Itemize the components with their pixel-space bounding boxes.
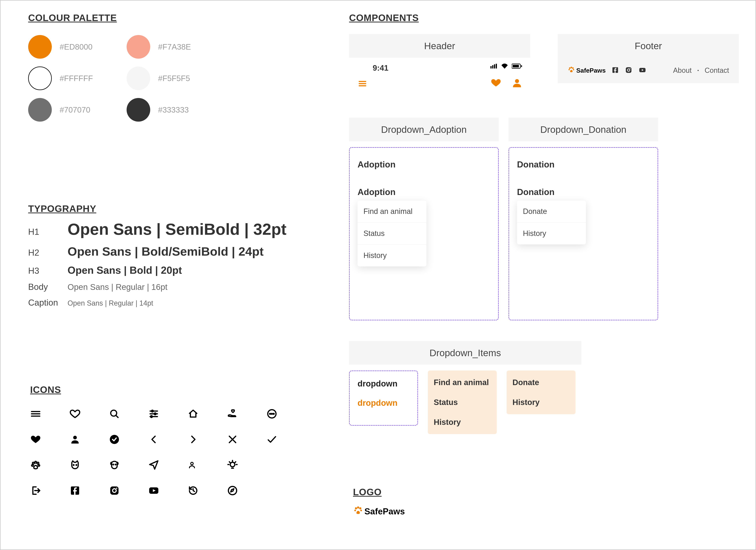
dropdown-item[interactable]: History (428, 412, 497, 432)
check-icon (266, 434, 306, 445)
dropdown-item[interactable]: Donate (507, 372, 575, 392)
svg-point-68 (354, 510, 356, 511)
dropdown-item[interactable]: Status (358, 223, 426, 245)
close-icon (227, 434, 266, 445)
type-spec-caption: Open Sans | Regular | 14pt (68, 299, 153, 307)
facebook-icon (69, 485, 109, 496)
svg-line-4 (116, 415, 118, 417)
dropdown-item[interactable]: Donate (517, 201, 586, 223)
section-title-icons: ICONS (30, 384, 306, 395)
svg-point-10 (151, 416, 152, 417)
svg-point-27 (115, 464, 116, 465)
svg-point-69 (360, 510, 362, 511)
svg-point-65 (355, 507, 357, 509)
component-dropdown-adoption: Dropdown_Adoption Adoption Adoption Find… (349, 118, 499, 320)
history-icon (188, 485, 227, 496)
dropdown-adoption-open[interactable]: Adoption (358, 187, 490, 197)
type-tag-body: Body (28, 282, 68, 292)
svg-point-20 (35, 461, 36, 463)
svg-rect-45 (494, 64, 495, 69)
type-tag-caption: Caption (28, 298, 68, 307)
dropdown-item[interactable]: History (358, 245, 426, 267)
dropdown-donation-closed[interactable]: Donation (517, 160, 650, 170)
dog-icon (109, 459, 148, 470)
profile-icon[interactable] (512, 77, 522, 89)
component-label-footer: Footer (558, 34, 739, 58)
dropdown-adoption-closed[interactable]: Adoption (358, 160, 490, 170)
svg-point-53 (515, 79, 519, 83)
dropdown-item[interactable]: History (507, 392, 575, 412)
swatch-label: #707070 (60, 106, 90, 114)
swatch-label: #F7A38E (158, 43, 191, 51)
svg-rect-37 (110, 486, 119, 495)
hand-heart-icon (227, 408, 266, 419)
footer-link-contact[interactable]: Contact (705, 66, 729, 75)
svg-point-19 (32, 462, 34, 464)
component-label-dd-items: Dropdown_Items (349, 341, 581, 365)
section-title-logo: LOGO (353, 487, 405, 497)
paw-icon (30, 459, 69, 470)
menu-icon (30, 408, 69, 419)
chevron-right-icon (188, 434, 227, 445)
filter-icon (148, 408, 188, 419)
svg-point-58 (573, 69, 574, 70)
svg-point-23 (38, 465, 40, 466)
youtube-icon (148, 485, 188, 496)
swatch-label: #F5F5F5 (158, 74, 190, 83)
svg-rect-43 (490, 66, 492, 69)
type-tag-h2: H2 (28, 248, 68, 258)
svg-point-21 (37, 462, 39, 464)
svg-point-6 (151, 410, 153, 412)
svg-point-28 (191, 462, 193, 465)
svg-point-15 (73, 436, 77, 439)
user-outline-icon (188, 461, 227, 469)
instagram-icon (109, 485, 148, 496)
logout-icon (30, 485, 69, 496)
dropdown-item[interactable]: History (517, 223, 586, 245)
dropdown-state-default[interactable]: dropdown (358, 379, 409, 388)
swatch-label: #333333 (158, 106, 189, 114)
svg-rect-60 (626, 67, 632, 73)
dropdown-item[interactable]: Find an animal (358, 201, 426, 223)
dropdown-state-hover[interactable]: dropdown (358, 398, 409, 408)
svg-rect-46 (496, 64, 497, 69)
swatch-label: #ED8000 (60, 43, 93, 51)
swatch-dark (127, 98, 150, 122)
search-icon (109, 408, 148, 419)
svg-point-39 (116, 488, 117, 489)
svg-point-66 (357, 506, 359, 508)
send-icon (148, 459, 188, 470)
svg-line-35 (235, 462, 236, 463)
dropdown-donation-open[interactable]: Donation (517, 187, 650, 197)
component-dropdown-donation: Dropdown_Donation Donation Donation Dona… (509, 118, 658, 320)
menu-icon[interactable] (357, 79, 368, 89)
cat-icon (69, 459, 109, 470)
footer-link-about[interactable]: About (673, 66, 692, 75)
favorites-icon[interactable] (490, 77, 502, 89)
svg-point-13 (271, 413, 272, 414)
svg-point-24 (73, 465, 74, 465)
svg-point-12 (270, 413, 271, 414)
dropdown-item[interactable]: Status (428, 392, 497, 412)
svg-point-26 (113, 464, 114, 465)
chevron-left-icon (148, 434, 188, 445)
type-spec-h1: Open Sans | SemiBold | 32pt (68, 220, 286, 239)
svg-rect-48 (513, 65, 519, 68)
facebook-icon[interactable] (611, 66, 619, 75)
swatch-white (28, 67, 52, 90)
instagram-icon[interactable] (625, 66, 632, 75)
type-spec-h3: Open Sans | Bold | 20pt (68, 264, 182, 276)
svg-point-62 (630, 68, 631, 69)
component-label-dd-donation: Dropdown_Donation (509, 118, 658, 141)
svg-rect-44 (492, 65, 493, 69)
status-time: 9:41 (373, 64, 388, 72)
swatch-orange (28, 35, 52, 59)
youtube-icon[interactable] (638, 66, 647, 75)
svg-point-8 (154, 413, 156, 415)
dropdown-item[interactable]: Find an animal (428, 372, 497, 392)
svg-rect-49 (521, 65, 522, 67)
status-icons (490, 64, 522, 69)
swatch-ltgrey (127, 67, 150, 90)
svg-line-34 (229, 462, 230, 463)
footer-logo[interactable]: SafePaws (568, 66, 606, 75)
